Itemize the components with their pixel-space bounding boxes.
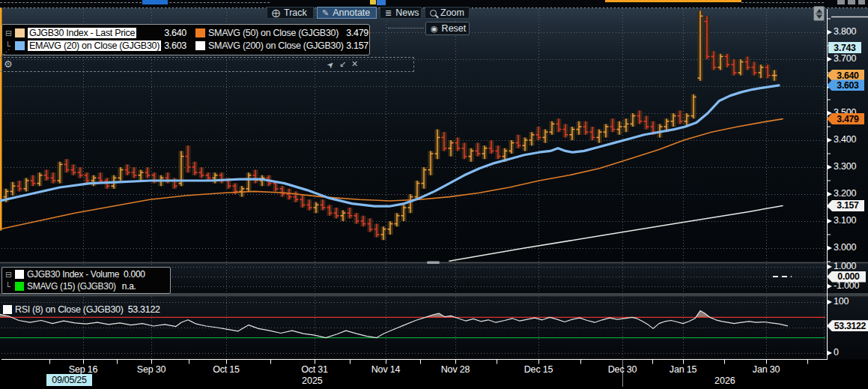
axis-scroll-spinner[interactable] (813, 6, 825, 21)
ohlc-bar (509, 140, 515, 154)
ohlc-bar (314, 202, 319, 213)
ohlc-bar (624, 118, 629, 132)
ohlc-bar (705, 16, 710, 59)
ohlc-bar (476, 143, 481, 157)
ohlc-bar (10, 182, 16, 196)
ohlc-bar (192, 162, 198, 175)
ohlc-bar (321, 199, 326, 210)
emavg20-swatch (15, 41, 25, 50)
last-price-swatch (15, 28, 25, 37)
rsi-legend[interactable]: RSI (8) on Close (GJGB30) 53.3122 (3, 304, 160, 316)
ohlc-bar (44, 170, 49, 181)
annotate-label: Annotate (333, 7, 370, 18)
record-dot-icon: ◉ (431, 25, 438, 33)
ohlc-bar (644, 116, 649, 130)
smavg15-label[interactable]: SMAVG (15) (GJGB30) (27, 281, 116, 292)
ohlc-bar (422, 167, 427, 189)
ohlc-bar (327, 205, 333, 215)
ohlc-bar (604, 124, 609, 137)
emavg20-value: 3.603 (152, 40, 186, 51)
ohlc-bar (772, 70, 777, 80)
ohlc-bar (368, 218, 373, 232)
ohlc-bar (64, 159, 70, 172)
last-price-label[interactable]: GJGB30 Index - Last Price (28, 28, 136, 38)
ohlc-bar (711, 51, 717, 70)
emavg20-label[interactable]: EMAVG (20) on Close (GJGB30) (28, 40, 161, 51)
ohlc-bar (37, 172, 43, 186)
legend-tree-toggle[interactable]: ⊟ (5, 28, 15, 38)
ohlc-bar (577, 121, 582, 135)
ohlc-bar (725, 54, 730, 67)
ohlc-bar (347, 208, 353, 218)
ohlc-bar (556, 118, 562, 132)
annotate-button[interactable]: ✎ Annotate (317, 7, 377, 19)
track-button[interactable]: ⨁ Track (267, 7, 314, 19)
gear-icon[interactable]: ⚙ (4, 58, 13, 70)
smavg200-swatch (195, 41, 205, 50)
ohlc-bar (186, 145, 191, 172)
ohlc-bar (354, 213, 359, 223)
ohlc-bar (361, 216, 366, 226)
ohlc-bar (671, 113, 676, 127)
volume-tree-branch: └ (5, 282, 15, 292)
collapse-icon[interactable]: ↙ (339, 59, 346, 69)
ohlc-bar (374, 224, 380, 238)
news-lines-icon: ≣ (385, 9, 392, 17)
ohlc-bar (523, 137, 528, 151)
ohlc-bar (31, 175, 36, 186)
price-legend-box[interactable]: ⊟ GJGB30 Index - Last Price 3.640 SMAVG … (1, 24, 370, 55)
smavg50-label[interactable]: SMAVG (50) on Close (GJGB30) (208, 28, 342, 38)
ohlc-bar (24, 178, 29, 191)
ohlc-bar (469, 148, 474, 162)
ohlc-bar (307, 199, 312, 210)
ohlc-bar (294, 191, 299, 202)
volume-label[interactable]: GJGB30 Index - Volume (27, 269, 119, 280)
ohlc-bar (752, 62, 757, 76)
ohlc-bar (745, 56, 750, 70)
ohlc-bar (145, 167, 151, 178)
spinner-down-icon (816, 15, 822, 19)
ohlc-bar (287, 189, 292, 199)
smavg200-label[interactable]: SMAVG (200) on Close (GJGB30) (208, 40, 342, 51)
annotate-toolbar-row: ⚙ ➤ ↙ ✕ (0, 57, 414, 72)
volume-legend-box[interactable]: ⊟ GJGB30 Index - Volume 0.000 └ SMAVG (1… (1, 267, 171, 294)
ohlc-bar (718, 54, 723, 70)
crosshair-icon: ⨁ (272, 9, 280, 17)
legend-resize-handle[interactable]: ⋰ (3, 48, 10, 55)
ohlc-bar (610, 118, 616, 132)
volume-tree-toggle[interactable]: ⊟ (5, 270, 15, 280)
ohlc-bar (408, 194, 413, 213)
ohlc-bar (51, 172, 56, 183)
track-label: Track (284, 7, 307, 18)
ohlc-bar (678, 110, 683, 124)
close-icon[interactable]: ✕ (351, 59, 358, 69)
reset-button[interactable]: ◉ Reset (425, 22, 470, 35)
ohlc-bar (58, 162, 63, 184)
volume-swatch (15, 270, 24, 279)
chart-start-date-badge: 09/05/25 (46, 374, 92, 386)
news-button[interactable]: ≣ News (380, 7, 422, 19)
ohlc-bar (698, 10, 703, 81)
ohlc-bar (516, 135, 521, 148)
year-label-2026: 2026 (714, 376, 735, 386)
ohlc-bar (401, 205, 407, 221)
ohlc-bar (428, 151, 434, 175)
ohlc-bar (597, 130, 602, 143)
ohlc-bar (17, 181, 22, 191)
bloomberg-chart-window: 3.0003.1003.2003.3003.4003.5003.6003.700… (0, 0, 868, 389)
ohlc-bar (199, 167, 204, 178)
separator-drag-handle (427, 262, 440, 265)
pencil-icon: ✎ (322, 9, 329, 17)
ohlc-bar (583, 121, 589, 135)
rsi-label[interactable]: RSI (8) on Close (GJGB30) (15, 304, 124, 315)
zoom-button[interactable]: Zoom (425, 7, 470, 19)
ohlc-bar (543, 130, 548, 143)
pin-icon[interactable]: ➤ (325, 59, 337, 71)
volume-value: 0.000 (124, 269, 145, 280)
ohlc-bar (536, 127, 541, 140)
ohlc-bar (455, 137, 461, 151)
ohlc-bar (300, 194, 306, 208)
ohlc-bar (85, 172, 90, 183)
ohlc-bar (759, 64, 764, 78)
ohlc-bar (139, 170, 144, 181)
